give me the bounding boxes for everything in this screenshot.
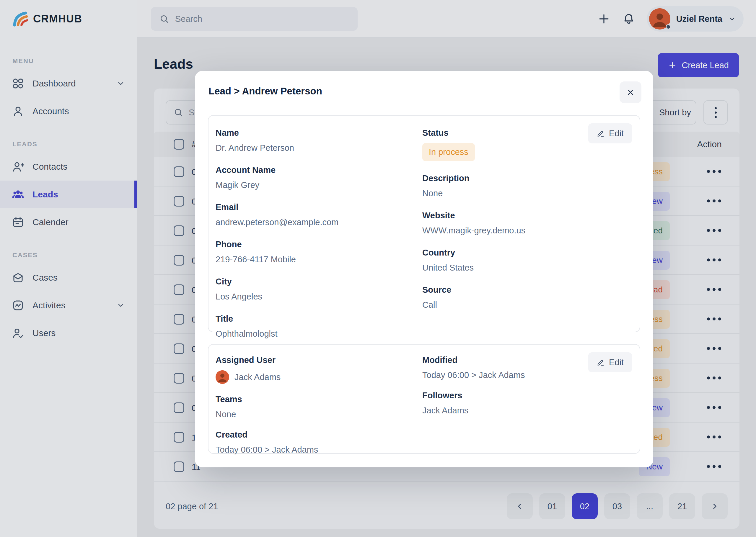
- lead-detail-modal: Lead > Andrew Peterson Name Dr. Andrew P…: [195, 71, 653, 467]
- field-source: Source Call: [422, 285, 631, 310]
- field-followers: Followers Jack Adams: [422, 391, 631, 415]
- close-icon: [626, 88, 635, 97]
- details-right-column: Status In process Description None Websi…: [422, 128, 631, 351]
- field-phone: Phone 219-766-4117 Mobile: [216, 240, 422, 265]
- field-title: Title Ophthalmologlst: [216, 314, 422, 339]
- field-name: Name Dr. Andrew Peterson: [216, 128, 422, 153]
- field-created: Created Today 06:00 > Jack Adams: [216, 430, 422, 455]
- field-description: Description None: [422, 174, 631, 198]
- field-teams: Teams None: [216, 394, 422, 419]
- edit-meta-button[interactable]: Edit: [588, 352, 632, 372]
- field-country: Country United States: [422, 248, 631, 272]
- field-website: Website WWW.magik-grey.demo.us: [422, 211, 631, 235]
- lead-details-card: Name Dr. Andrew Peterson Account Name Ma…: [208, 115, 640, 332]
- field-account-name: Account Name Magik Grey: [216, 165, 422, 190]
- field-assigned-user: Assigned User Jack Adams: [216, 355, 422, 384]
- details-left-column: Name Dr. Andrew Peterson Account Name Ma…: [216, 128, 422, 351]
- field-email: Email andrew.peterson@example.com: [216, 202, 422, 227]
- modal-title: Lead > Andrew Peterson: [208, 86, 322, 97]
- lead-meta-card: Assigned User Jack Adams Teams None Crea…: [208, 344, 640, 454]
- status-badge: In process: [422, 143, 475, 161]
- pencil-icon: [597, 358, 605, 366]
- meta-left-column: Assigned User Jack Adams Teams None Crea…: [216, 355, 422, 465]
- edit-details-button[interactable]: Edit: [588, 123, 632, 144]
- close-button[interactable]: [620, 81, 642, 103]
- field-city: City Los Angeles: [216, 277, 422, 302]
- pencil-icon: [597, 129, 605, 138]
- avatar: [216, 370, 229, 384]
